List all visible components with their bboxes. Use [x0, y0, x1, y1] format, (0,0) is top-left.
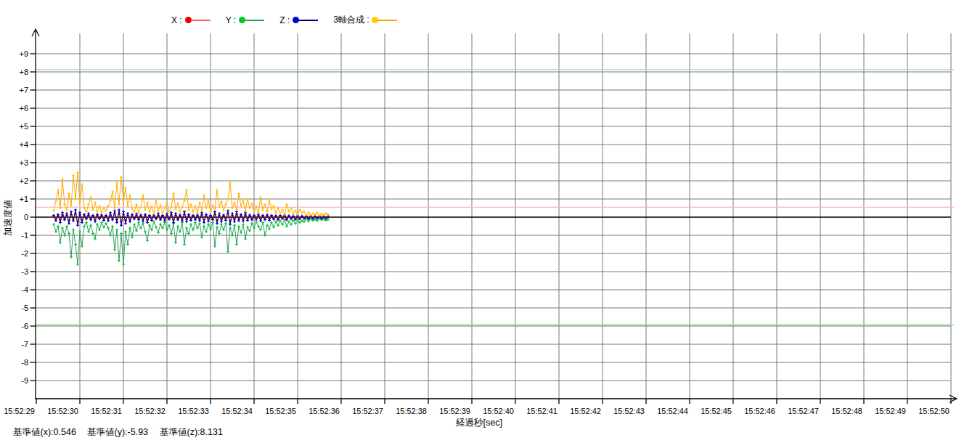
x-tick-label: 15:52:45	[701, 407, 732, 415]
baseline-y-value: 基準値(y):-5.93	[87, 426, 148, 439]
x-tick-label: 15:52:38	[396, 407, 427, 415]
x-tick-label: 15:52:48	[831, 407, 862, 415]
y-tick-label: -5	[21, 304, 28, 312]
axis-titles: 経過秒[sec]加速度値	[3, 200, 502, 428]
x-tick-label: 15:52:29	[4, 407, 35, 415]
series-composite	[52, 171, 330, 217]
acceleration-time-chart: +9+8+7+6+5+4+3+2+10-1-2-3-4-5-6-7-8-915:…	[0, 0, 980, 443]
acceleration-logger-screen: X :Y :Z :3軸合成 : +9+8+7+6+5+4+3+2+10-1-2-…	[0, 0, 980, 443]
y-axis-title: 加速度値	[3, 200, 13, 237]
y-tick-label: -4	[21, 285, 28, 294]
x-tick-label: 15:52:39	[439, 407, 470, 415]
x-axis-title: 経過秒[sec]	[455, 418, 502, 428]
y-tick-label: +9	[19, 49, 28, 58]
x-tick-label: 15:52:43	[613, 407, 645, 415]
x-tick-label: 15:52:47	[788, 407, 819, 415]
x-tick-label: 15:52:30	[47, 407, 78, 415]
series-line-composite	[54, 173, 328, 216]
y-tick-label: +5	[19, 122, 28, 131]
x-tick-label: 15:52:35	[265, 407, 296, 415]
y-tick-label: -9	[21, 376, 28, 385]
x-tick-label: 15:52:40	[483, 407, 514, 415]
x-tick-label: 15:52:32	[134, 407, 166, 415]
y-axis-ticks-and-labels: +9+8+7+6+5+4+3+2+10-1-2-3-4-5-6-7-8-9	[19, 49, 36, 385]
y-tick-label: -3	[21, 267, 28, 276]
y-tick-label: -7	[21, 340, 28, 349]
y-tick-label: -1	[21, 231, 28, 240]
y-tick-label: +8	[19, 68, 28, 76]
baseline-reference-lines	[36, 70, 954, 325]
y-tick-label: +3	[19, 158, 28, 167]
y-tick-label: 0	[24, 213, 28, 222]
x-tick-label: 15:52:36	[309, 407, 340, 415]
x-axis-ticks-and-labels: 15:52:2915:52:3015:52:3115:52:3215:52:33…	[4, 399, 951, 415]
x-tick-label: 15:52:41	[526, 407, 558, 415]
y-tick-label: +7	[19, 86, 28, 94]
y-tick-label: +1	[19, 195, 28, 203]
y-tick-label: +4	[19, 140, 28, 149]
series-markers-composite	[52, 171, 330, 217]
x-tick-label: 15:52:44	[657, 407, 688, 415]
x-tick-label: 15:52:42	[570, 407, 601, 415]
x-tick-label: 15:52:50	[918, 407, 950, 415]
baseline-x-value: 基準値(x):0.546	[13, 426, 76, 439]
y-tick-label: -2	[21, 249, 28, 258]
x-tick-label: 15:52:34	[221, 407, 253, 415]
series-y	[52, 217, 330, 266]
y-tick-label: +2	[19, 176, 28, 185]
x-tick-label: 15:52:46	[744, 407, 775, 415]
y-tick-label: -6	[21, 322, 28, 330]
x-tick-label: 15:52:33	[178, 407, 209, 415]
y-tick-label: -8	[21, 358, 28, 367]
x-tick-label: 15:52:31	[91, 407, 122, 415]
baseline-z-value: 基準値(z):8.131	[160, 426, 223, 439]
x-tick-label: 15:52:37	[352, 407, 383, 415]
y-tick-label: +6	[19, 104, 28, 113]
x-tick-label: 15:52:49	[875, 407, 906, 415]
